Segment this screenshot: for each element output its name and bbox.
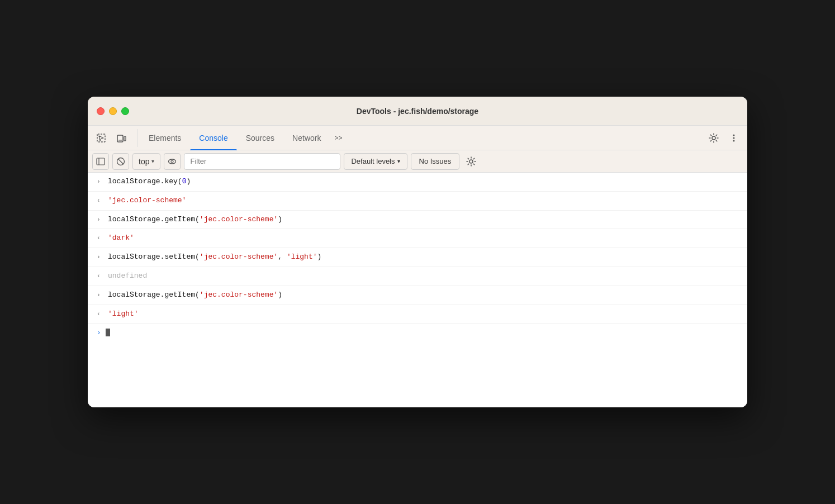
console-line: ‹ 'dark' [88, 229, 747, 248]
no-issues-button[interactable]: No Issues [411, 153, 460, 170]
filter-input[interactable] [184, 153, 340, 170]
main-toolbar: Elements Console Sources Network >> [88, 126, 747, 150]
device-toolbar-button[interactable] [112, 129, 130, 147]
svg-rect-1 [117, 135, 123, 142]
console-line: › localStorage.getItem('jec.color-scheme… [88, 211, 747, 230]
input-arrow: › [97, 215, 103, 225]
console-output: › localStorage.key(0) ‹ 'jec.color-schem… [88, 173, 747, 407]
input-arrow: › [97, 291, 103, 301]
toolbar-left [92, 129, 137, 147]
chevron-down-icon: ▾ [397, 158, 400, 164]
tab-elements[interactable]: Elements [140, 126, 190, 150]
console-input-line[interactable]: › [88, 324, 747, 341]
output-arrow: ‹ [97, 272, 103, 282]
output-arrow: ‹ [97, 234, 103, 244]
svg-point-7 [733, 140, 735, 141]
console-line: ‹ 'jec.color-scheme' [88, 192, 747, 211]
close-button[interactable] [97, 107, 105, 115]
tab-sources[interactable]: Sources [237, 126, 283, 150]
svg-line-11 [118, 159, 124, 164]
live-expressions-button[interactable] [164, 153, 181, 170]
clear-console-button[interactable] [112, 153, 129, 170]
maximize-button[interactable] [121, 107, 129, 115]
output-arrow: ‹ [97, 310, 103, 320]
tab-list: Elements Console Sources Network >> [140, 126, 705, 150]
svg-rect-8 [97, 158, 105, 165]
title-bar: DevTools - jec.fish/demo/storage [88, 97, 747, 126]
svg-point-4 [712, 136, 715, 140]
clear-icon [116, 157, 125, 166]
log-levels-button[interactable]: Default levels ▾ [344, 153, 407, 170]
console-line: › localStorage.setItem('jec.color-scheme… [88, 248, 747, 267]
devtools-window: DevTools - jec.fish/demo/storage [88, 97, 747, 407]
settings-button[interactable] [705, 129, 723, 147]
show-sidebar-button[interactable] [92, 153, 109, 170]
input-arrow: › [97, 177, 103, 187]
output-arrow: ‹ [97, 196, 103, 206]
inspect-icon [96, 133, 106, 143]
svg-point-14 [469, 160, 473, 163]
cursor [106, 329, 110, 336]
traffic-lights [97, 107, 129, 115]
input-arrow: › [97, 253, 103, 263]
console-line: ‹ undefined [88, 267, 747, 286]
device-icon [116, 133, 126, 143]
svg-point-5 [733, 134, 735, 136]
more-icon [729, 133, 739, 143]
svg-point-13 [171, 160, 173, 163]
svg-rect-2 [124, 136, 126, 141]
svg-point-12 [169, 159, 176, 164]
console-line: › localStorage.getItem('jec.color-scheme… [88, 286, 747, 305]
prompt-arrow: › [97, 328, 101, 336]
chevron-down-icon: ▾ [151, 158, 154, 164]
more-options-button[interactable] [725, 129, 743, 147]
eye-icon [168, 157, 177, 166]
tab-console[interactable]: Console [190, 126, 236, 150]
svg-point-6 [733, 137, 735, 139]
console-line: › localStorage.key(0) [88, 173, 747, 192]
tab-network[interactable]: Network [283, 126, 330, 150]
inspect-element-button[interactable] [92, 129, 110, 147]
toolbar-right [705, 129, 743, 147]
window-title: DevTools - jec.fish/demo/storage [357, 107, 478, 116]
gear-icon [466, 156, 476, 167]
gear-icon [709, 133, 719, 143]
minimize-button[interactable] [109, 107, 117, 115]
console-settings-button[interactable] [463, 153, 480, 170]
context-selector[interactable]: top ▾ [132, 153, 160, 170]
sidebar-icon [96, 157, 105, 166]
console-line: ‹ 'light' [88, 305, 747, 324]
more-tabs-button[interactable]: >> [330, 134, 347, 142]
svg-rect-0 [97, 134, 105, 142]
console-toolbar: top ▾ Default levels ▾ No Issues [88, 150, 747, 173]
